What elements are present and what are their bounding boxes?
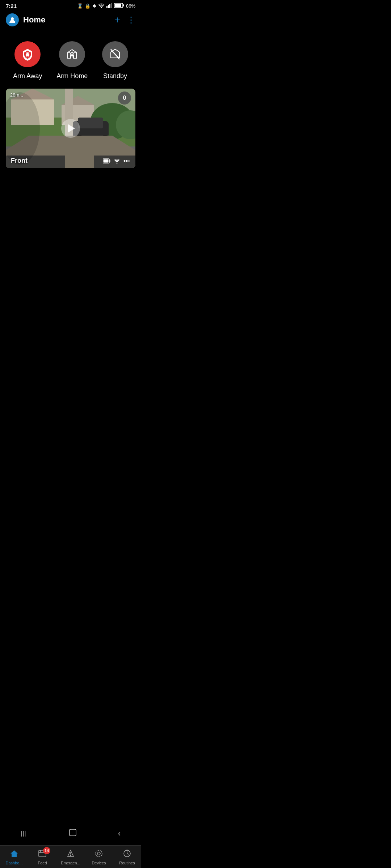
lock-icon: 🔒 [85, 3, 91, 9]
arm-away-mode[interactable]: Arm Away [13, 41, 42, 80]
camera-card[interactable]: 28m... 0 Front [6, 89, 135, 168]
arm-home-icon-circle [59, 41, 85, 67]
alarm-icon: ⌛ [77, 3, 83, 9]
more-options-button[interactable]: ⋮ [127, 16, 135, 24]
camera-battery-icon [103, 158, 111, 163]
battery-icon [114, 3, 124, 9]
status-icons: ⌛ 🔒 ✱ 86% [77, 3, 135, 9]
arm-away-label: Arm Away [13, 72, 42, 80]
svg-rect-1 [106, 6, 108, 8]
status-time: 7:21 [6, 3, 17, 9]
svg-rect-6 [123, 4, 124, 7]
app-header: Home + ⋮ [0, 10, 141, 31]
standby-label: Standby [103, 72, 127, 80]
svg-rect-2 [108, 5, 109, 8]
status-bar: 7:21 ⌛ 🔒 ✱ [0, 0, 141, 10]
arm-away-icon-circle [14, 41, 41, 67]
svg-line-15 [112, 51, 119, 58]
header-actions: + ⋮ [114, 15, 135, 25]
camera-play-button[interactable] [61, 119, 80, 138]
svg-point-0 [101, 7, 102, 8]
arm-home-mode[interactable]: Arm Home [56, 41, 88, 80]
wifi-icon [98, 3, 105, 9]
svg-point-39 [126, 160, 128, 162]
arm-home-label: Arm Home [56, 72, 88, 80]
camera-status-icons [103, 158, 130, 163]
play-triangle-icon [68, 124, 75, 133]
camera-event-counter: 0 [118, 92, 131, 105]
svg-rect-3 [109, 4, 110, 8]
user-avatar[interactable] [6, 13, 19, 26]
bluetooth-icon: ✱ [92, 3, 96, 9]
add-button[interactable]: + [114, 15, 120, 25]
signal-icon [106, 3, 112, 9]
svg-point-37 [117, 162, 118, 163]
svg-point-38 [124, 160, 126, 162]
camera-signal-icon [123, 158, 130, 163]
svg-point-40 [128, 160, 130, 162]
standby-mode[interactable]: Standby [102, 41, 128, 80]
camera-timestamp: 28m... [10, 92, 23, 98]
camera-wifi-icon [114, 158, 120, 163]
security-modes: Arm Away Arm Home [0, 31, 141, 89]
svg-rect-7 [114, 4, 121, 7]
svg-rect-35 [110, 160, 110, 162]
page-title: Home [23, 15, 110, 25]
svg-rect-4 [111, 3, 112, 8]
battery-percent: 86% [126, 3, 135, 9]
svg-rect-36 [104, 159, 109, 162]
camera-footer: Front [6, 157, 135, 165]
camera-name: Front [11, 157, 28, 165]
svg-point-8 [11, 17, 14, 20]
standby-icon-circle [102, 41, 128, 67]
svg-rect-26 [78, 118, 103, 128]
svg-rect-10 [27, 56, 28, 58]
svg-point-12 [71, 54, 73, 55]
